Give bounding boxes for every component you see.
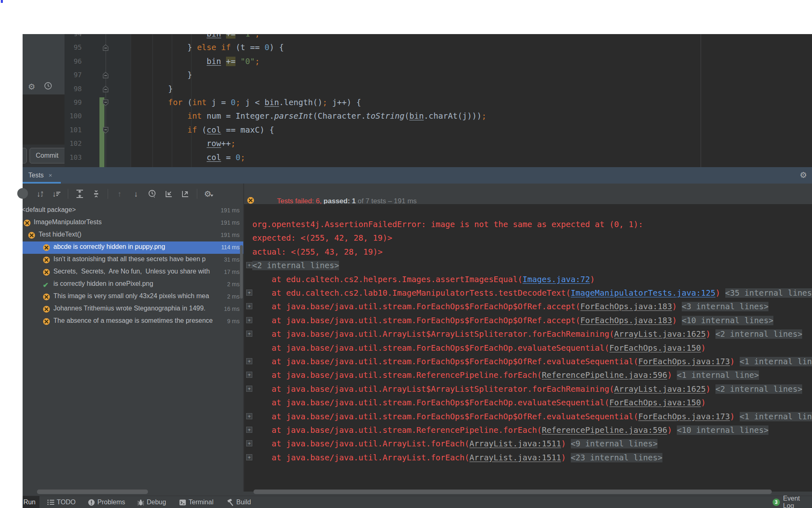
gear-icon[interactable]: ⚙ bbox=[800, 170, 807, 180]
todo-icon bbox=[47, 499, 54, 505]
test-name-label: ImageManipulatorTests bbox=[34, 218, 102, 226]
expand-frames-icon[interactable]: + bbox=[246, 427, 252, 433]
internal-lines-chip[interactable]: <2 internal lines> bbox=[715, 329, 802, 339]
code-area[interactable]: bin += "1"; } else if (t == 0) { bin += … bbox=[129, 34, 812, 167]
expand-frames-icon[interactable]: + bbox=[246, 317, 252, 323]
sort-az-icon[interactable]: ↓az bbox=[35, 189, 45, 199]
test-failed-icon bbox=[43, 269, 50, 276]
collapse-all-icon[interactable] bbox=[91, 189, 101, 199]
internal-lines-chip[interactable]: <35 internal lines> bbox=[725, 288, 812, 298]
toolwindow-button-todo[interactable]: TODO bbox=[47, 496, 76, 508]
expand-frames-icon[interactable]: + bbox=[246, 440, 252, 446]
stacktrace-console[interactable]: org.opentest4j.AssertionFailedError: ima… bbox=[244, 204, 812, 492]
internal-lines-chip[interactable]: <2 internal lines> bbox=[252, 261, 339, 270]
stacktrace-link[interactable]: ForEachOps.java:183 bbox=[580, 302, 672, 311]
test-history-icon[interactable] bbox=[148, 189, 157, 199]
stacktrace-text: org.opentest4j.AssertionFailedError: ima… bbox=[252, 220, 643, 229]
fold-marker-icon[interactable] bbox=[103, 44, 108, 51]
internal-lines-chip[interactable]: <1 internal line> bbox=[677, 370, 759, 380]
test-failed-icon bbox=[43, 256, 50, 264]
stacktrace-link[interactable]: ForEachOps.java:173 bbox=[638, 357, 730, 366]
expand-frames-icon[interactable]: + bbox=[246, 386, 252, 392]
event-log-button[interactable]: 3 Event Log bbox=[773, 496, 812, 508]
internal-lines-chip[interactable]: <1 internal line> bbox=[740, 357, 812, 366]
stacktrace-link[interactable]: ImageManipulatorTests.java:125 bbox=[571, 288, 715, 298]
test-tree-row[interactable]: ∨Test hideText()191 ms bbox=[23, 229, 243, 241]
test-tree-row[interactable]: Secrets, Secrets, Are No fun, Unless you… bbox=[23, 266, 243, 278]
stacktrace-link[interactable]: ForEachOps.java:183 bbox=[580, 316, 672, 325]
test-failed-icon bbox=[28, 232, 35, 239]
tree-horizontal-scrollbar[interactable] bbox=[37, 490, 148, 494]
line-number: 97 bbox=[65, 71, 82, 79]
toolwindow-button-problems[interactable]: Problems bbox=[88, 496, 125, 508]
commit-tool-window: ⚙ Commit bbox=[23, 34, 65, 167]
internal-lines-chip[interactable]: <9 internal lines> bbox=[571, 439, 657, 448]
fold-marker-icon[interactable] bbox=[103, 127, 108, 133]
test-tree-row[interactable]: Johannes Trithemius wrote Steganographia… bbox=[23, 303, 243, 315]
expand-frames-icon[interactable]: + bbox=[246, 303, 252, 309]
stacktrace-link[interactable]: ForEachOps.java:150 bbox=[609, 398, 701, 407]
tree-vertical-scrollbar[interactable] bbox=[240, 245, 243, 299]
internal-lines-chip[interactable]: <3 internal lines> bbox=[682, 302, 768, 311]
sort-duration-icon[interactable]: ↓ bbox=[51, 189, 61, 199]
stacktrace-link[interactable]: ReferencePipeline.java:596 bbox=[542, 425, 667, 435]
expand-frames-icon[interactable]: + bbox=[246, 372, 252, 378]
toolwindow-button-run[interactable]: Run bbox=[23, 496, 35, 508]
stacktrace-link[interactable]: ReferencePipeline.java:596 bbox=[542, 370, 667, 380]
test-tree-row[interactable]: ImageManipulatorTests191 ms bbox=[23, 217, 243, 229]
expand-frames-icon[interactable]: + bbox=[246, 290, 252, 296]
toolwindow-button-debug[interactable]: Debug bbox=[137, 496, 166, 508]
fold-marker-icon[interactable] bbox=[103, 72, 108, 78]
test-tree-row[interactable]: abcde is correctly hidden in puppy.png11… bbox=[23, 241, 243, 254]
test-tree-row[interactable]: Isn't it astonishing that all these secr… bbox=[23, 254, 243, 266]
stacktrace-line: org.opentest4j.AssertionFailedError: ima… bbox=[252, 219, 643, 230]
export-results-icon[interactable] bbox=[180, 189, 190, 199]
toolbar-separator bbox=[108, 189, 108, 199]
clipped-button[interactable] bbox=[23, 148, 27, 163]
commit-button[interactable]: Commit bbox=[30, 148, 65, 163]
commit-toolbar: ⚙ bbox=[23, 34, 65, 94]
fold-marker-icon[interactable] bbox=[103, 86, 108, 92]
test-duration: 16 ms bbox=[224, 306, 240, 312]
expand-frames-icon[interactable]: + bbox=[246, 331, 252, 337]
stacktrace-link[interactable]: ArrayList.java:1625 bbox=[614, 384, 706, 394]
test-tree-row[interactable]: The absence of a message is sometimes th… bbox=[23, 315, 243, 328]
settings-icon[interactable]: ⚙ bbox=[204, 189, 214, 199]
code-line: for (int j = 0; j < bin.length(); j++) { bbox=[129, 97, 361, 108]
history-clock-icon[interactable] bbox=[44, 82, 52, 92]
test-tree-row[interactable]: <default package>191 ms bbox=[23, 205, 243, 217]
stacktrace-link[interactable]: ForEachOps.java:173 bbox=[638, 412, 730, 421]
expand-all-icon[interactable] bbox=[75, 189, 85, 199]
toolwindow-button-build[interactable]: Build bbox=[226, 496, 251, 508]
gear-icon[interactable]: ⚙ bbox=[28, 82, 35, 92]
code-line: } bbox=[129, 70, 192, 80]
test-tree-row[interactable]: This image is very small only 43x24 pixe… bbox=[23, 291, 243, 303]
import-results-icon[interactable] bbox=[164, 189, 174, 199]
code-editor[interactable]: ⚙ Commit 949596979899100101102103 bin +=… bbox=[23, 34, 812, 167]
expand-frames-icon[interactable]: + bbox=[246, 454, 252, 460]
internal-lines-chip[interactable]: <10 internal lines> bbox=[682, 316, 773, 325]
line-number: 100 bbox=[65, 112, 82, 120]
chevron-expanded-icon[interactable]: ∨ bbox=[23, 231, 23, 237]
stacktrace-link[interactable]: ArrayList.java:1625 bbox=[614, 329, 706, 339]
tab-tests[interactable]: Tests× bbox=[23, 167, 58, 184]
test-tree-row[interactable]: ✔is correctly hidden in onePixel.png2 ms bbox=[23, 278, 243, 291]
expand-frames-icon[interactable]: + bbox=[246, 413, 252, 419]
expand-frames-icon[interactable]: + bbox=[246, 358, 252, 364]
console-horizontal-scrollbar[interactable] bbox=[254, 490, 772, 494]
internal-lines-chip[interactable]: <23 internal lines> bbox=[571, 453, 662, 462]
fold-marker-icon[interactable] bbox=[103, 99, 108, 106]
toolwindow-button-terminal[interactable]: Terminal bbox=[179, 496, 213, 508]
stacktrace-link[interactable]: ArrayList.java:1511 bbox=[469, 453, 561, 462]
internal-lines-chip[interactable]: <2 internal lines> bbox=[715, 384, 802, 394]
close-icon[interactable]: × bbox=[48, 172, 52, 179]
next-failed-icon[interactable]: ↓ bbox=[131, 189, 141, 199]
stacktrace-link[interactable]: Images.java:72 bbox=[522, 275, 590, 284]
internal-lines-chip[interactable]: <10 internal lines> bbox=[677, 425, 768, 435]
stacktrace-link[interactable]: ForEachOps.java:150 bbox=[609, 343, 701, 353]
clipped-round-button[interactable] bbox=[17, 188, 28, 199]
internal-lines-chip[interactable]: <1 internal line> bbox=[740, 412, 812, 421]
line-number: 102 bbox=[65, 140, 82, 147]
expand-frames-icon[interactable]: + bbox=[246, 262, 252, 268]
stacktrace-link[interactable]: ArrayList.java:1511 bbox=[469, 439, 561, 448]
